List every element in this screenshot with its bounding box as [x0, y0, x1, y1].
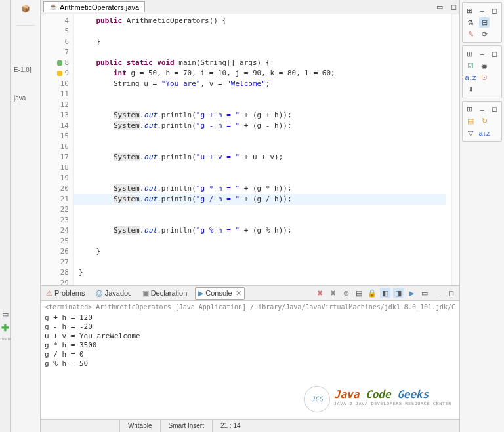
pin-console-icon[interactable]: ◨: [393, 288, 404, 298]
wand-icon[interactable]: ✎: [465, 29, 476, 39]
jre-label: E-1.8]: [14, 66, 37, 73]
task-icon[interactable]: ☑: [465, 60, 476, 71]
focus-icon[interactable]: ☉: [479, 73, 490, 83]
hierarchy-icon[interactable]: ⬇: [465, 85, 476, 95]
view-max-icon[interactable]: ◻: [446, 288, 456, 298]
restore-view-icon[interactable]: ⊞: [465, 5, 474, 16]
collapse-icon[interactable]: ▭: [0, 309, 10, 319]
status-position: 21 : 14: [212, 420, 249, 432]
javadoc-icon: @: [95, 289, 102, 297]
restore2-icon[interactable]: ⊞: [465, 49, 474, 59]
min4-icon[interactable]: –: [478, 104, 487, 115]
minimize-icon[interactable]: ▭: [434, 2, 445, 12]
tab-javadoc[interactable]: @ Javadoc: [93, 288, 134, 298]
filter-icon[interactable]: ⚗: [465, 17, 476, 28]
show-console-icon[interactable]: ◧: [380, 288, 390, 298]
sync-icon[interactable]: ⟳: [479, 29, 490, 39]
console-launch-header: <terminated> ArithmeticOperators [Java A…: [45, 303, 455, 312]
editor-tab-arithmetic[interactable]: ☕ ArithmeticOperators.java: [43, 1, 145, 12]
sort-az-icon[interactable]: a↓z: [465, 72, 476, 83]
sort2-icon[interactable]: a↓z: [479, 128, 490, 138]
max4-icon[interactable]: ◻: [490, 104, 499, 115]
close-console-icon[interactable]: ✕: [236, 289, 242, 298]
watermark-logo: JCG Java Code Geeks JAVA 2 JAVA DEVELOPE…: [304, 386, 452, 412]
jcg-circle-icon: JCG: [304, 386, 330, 412]
tree-icon[interactable]: ⊟: [479, 17, 490, 28]
scroll-lock-icon[interactable]: 🔒: [367, 288, 377, 298]
package-icon[interactable]: 📦: [20, 3, 31, 14]
outline-strip: ▭ ✚ t name: [0, 0, 11, 432]
right-toolbar: ⊞ – ◻ ⚗ ⊟ ✎ ⟳ ⊞ – ◻ ☑ ◉: [459, 0, 504, 432]
max3-icon[interactable]: ◻: [490, 49, 499, 59]
view-min-icon[interactable]: –: [432, 288, 443, 298]
file-ext-label: java: [14, 94, 37, 102]
java-file-icon: ☕: [49, 3, 57, 11]
remove-launch-icon[interactable]: ✖: [327, 288, 338, 298]
overview-ruler[interactable]: [452, 14, 459, 285]
line-gutter: 4567891011121314151617181920212223242526…: [41, 14, 74, 285]
restore3-icon[interactable]: ⊞: [465, 104, 474, 115]
console-view[interactable]: <terminated> ArithmeticOperators [Java A…: [41, 301, 459, 419]
status-bar: Writable Smart Insert 21 : 14: [41, 419, 459, 432]
tab-problems[interactable]: ⚠ Problems: [43, 288, 87, 299]
view-min2-icon[interactable]: –: [478, 5, 487, 16]
tab-console[interactable]: ▶ Console ✕: [195, 287, 244, 300]
console-output: g + h = 120g - h = -20u + v = You areWel…: [45, 313, 455, 368]
doc-icon[interactable]: ▤: [465, 116, 476, 127]
filter2-icon[interactable]: ▽: [465, 128, 476, 138]
display-selected-icon[interactable]: ▶: [406, 288, 417, 298]
bookmark-icon[interactable]: ◉: [479, 60, 490, 71]
problems-icon: ⚠: [46, 289, 52, 298]
declaration-icon: ▣: [142, 289, 149, 298]
bottom-tab-bar: ⚠ Problems @ Javadoc ▣ Declaration ▶ Con…: [41, 285, 459, 301]
status-writable: Writable: [119, 420, 160, 432]
min3-icon[interactable]: –: [478, 49, 487, 59]
code-editor[interactable]: 4567891011121314151617181920212223242526…: [41, 14, 459, 285]
code-body[interactable]: public ArithmeticOperators() { } public …: [74, 14, 452, 285]
tab-filename: ArithmeticOperators.java: [60, 3, 139, 11]
tab-declaration[interactable]: ▣ Declaration: [140, 288, 190, 299]
editor-tab-bar: ☕ ArithmeticOperators.java ▭ ◻: [41, 0, 459, 14]
add-icon[interactable]: ✚: [1, 323, 9, 333]
open-console-icon[interactable]: ▭: [419, 288, 430, 298]
view-max2-icon[interactable]: ◻: [490, 5, 499, 16]
console-icon: ▶: [198, 289, 203, 298]
console-select-icon[interactable]: ▤: [354, 288, 364, 298]
remove-all-icon[interactable]: ⊗: [341, 288, 351, 298]
clear-console-icon[interactable]: ✖: [314, 288, 325, 298]
maximize-icon[interactable]: ◻: [448, 2, 459, 12]
refresh-icon[interactable]: ↻: [479, 116, 490, 127]
package-explorer-strip: 📦 E-1.8] java: [11, 0, 41, 432]
status-insert: Smart Insert: [160, 420, 212, 432]
